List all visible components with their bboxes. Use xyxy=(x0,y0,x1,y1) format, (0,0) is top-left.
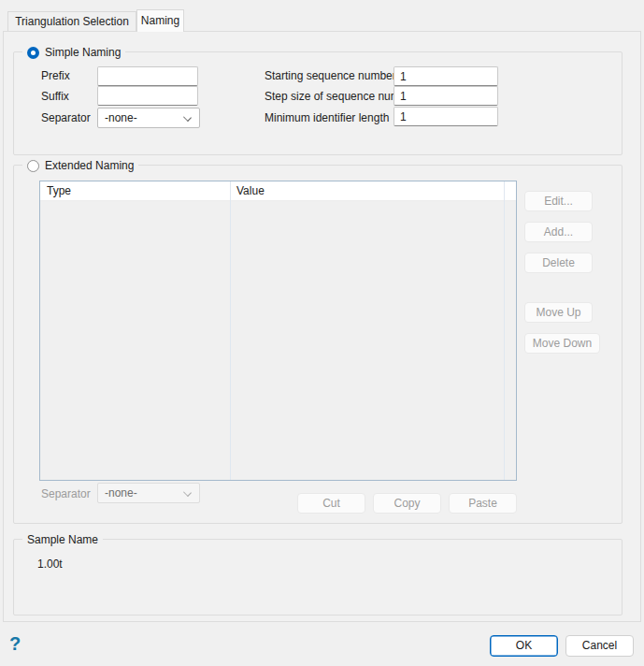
naming-dialog: Triangulation Selection Naming Simple Na… xyxy=(0,0,644,666)
move-down-button[interactable]: Move Down xyxy=(524,333,600,354)
sample-name-legend: Sample Name xyxy=(22,532,103,547)
sample-name-label: Sample Name xyxy=(27,532,98,547)
add-button[interactable]: Add... xyxy=(524,222,593,242)
table-gutter-divider xyxy=(504,181,505,480)
tab-triangulation-selection[interactable]: Triangulation Selection xyxy=(7,11,136,31)
simple-naming-legend: Simple Naming xyxy=(22,45,125,60)
separator-select-value: -none- xyxy=(105,111,137,124)
prefix-input[interactable] xyxy=(97,66,198,86)
sample-name-value: 1.00t xyxy=(37,557,63,571)
cancel-button[interactable]: Cancel xyxy=(565,635,634,657)
column-header-type[interactable]: Type xyxy=(47,184,71,198)
separator-select[interactable]: -none- xyxy=(97,108,200,128)
column-header-value[interactable]: Value xyxy=(236,184,265,198)
edit-button[interactable]: Edit... xyxy=(524,191,593,211)
suffix-input[interactable] xyxy=(97,86,198,106)
sample-name-group xyxy=(13,539,623,615)
move-up-button[interactable]: Move Up xyxy=(524,302,593,323)
suffix-label: Suffix xyxy=(41,90,69,103)
extended-naming-radio[interactable] xyxy=(27,160,39,172)
simple-naming-radio[interactable] xyxy=(27,47,39,59)
min-length-input[interactable] xyxy=(394,107,498,126)
chevron-down-icon xyxy=(183,113,192,122)
ok-button[interactable]: OK xyxy=(490,635,558,657)
delete-button[interactable]: Delete xyxy=(524,253,593,273)
step-size-input[interactable] xyxy=(394,86,498,106)
starting-sequence-input[interactable] xyxy=(394,66,498,86)
simple-naming-label: Simple Naming xyxy=(45,45,121,60)
extended-naming-label: Extended Naming xyxy=(45,158,134,173)
table-header-row: Type Value xyxy=(40,181,516,201)
extended-separator-label: Separator xyxy=(41,487,91,500)
extended-separator-select-value: -none- xyxy=(105,486,137,500)
extended-separator-select[interactable]: -none- xyxy=(97,483,200,503)
prefix-label: Prefix xyxy=(41,69,70,82)
min-length-label: Minimum identifier length xyxy=(265,111,389,124)
copy-button[interactable]: Copy xyxy=(373,493,441,514)
paste-button[interactable]: Paste xyxy=(449,493,517,514)
cut-button[interactable]: Cut xyxy=(297,493,365,514)
extended-naming-table[interactable]: Type Value xyxy=(39,181,517,481)
chevron-down-icon xyxy=(183,488,192,497)
tab-naming[interactable]: Naming xyxy=(136,9,184,32)
help-icon[interactable]: ? xyxy=(9,632,21,655)
extended-naming-legend: Extended Naming xyxy=(22,158,138,173)
starting-sequence-label: Starting sequence number xyxy=(265,69,396,82)
column-divider xyxy=(230,181,231,480)
separator-label: Separator xyxy=(41,111,91,124)
